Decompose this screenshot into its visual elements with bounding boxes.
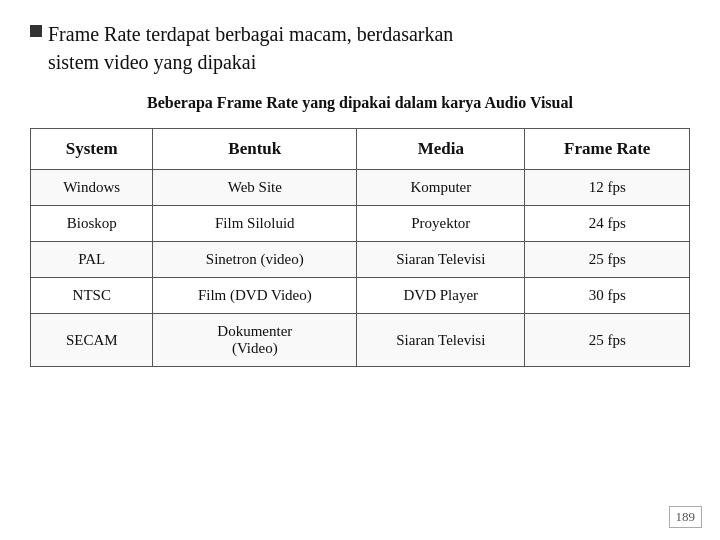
table-cell: SECAM	[31, 314, 153, 367]
table-cell: Film (DVD Video)	[153, 278, 357, 314]
intro-text: Frame Rate terdapat berbagai macam, berd…	[48, 20, 453, 76]
table-cell: 12 fps	[525, 170, 690, 206]
col-header-system: System	[31, 129, 153, 170]
table-row: NTSCFilm (DVD Video)DVD Player30 fps	[31, 278, 690, 314]
table-cell: Film Siloluid	[153, 206, 357, 242]
table-cell: Siaran Televisi	[357, 314, 525, 367]
table-row: BioskopFilm SiloluidProyektor24 fps	[31, 206, 690, 242]
page-number: 189	[669, 506, 703, 528]
table-row: PALSinetron (video)Siaran Televisi25 fps	[31, 242, 690, 278]
table-cell: 25 fps	[525, 314, 690, 367]
table-row: WindowsWeb SiteKomputer12 fps	[31, 170, 690, 206]
intro-line2: sistem video yang dipakai	[48, 51, 256, 73]
table-header-row: System Bentuk Media Frame Rate	[31, 129, 690, 170]
table-cell: Siaran Televisi	[357, 242, 525, 278]
table-cell: Proyektor	[357, 206, 525, 242]
table-cell: Web Site	[153, 170, 357, 206]
table-cell: NTSC	[31, 278, 153, 314]
table-cell: Dokumenter(Video)	[153, 314, 357, 367]
table-cell: 25 fps	[525, 242, 690, 278]
table-cell: Sinetron (video)	[153, 242, 357, 278]
intro-line1: Frame Rate terdapat berbagai macam, berd…	[48, 23, 453, 45]
table-subtitle: Beberapa Frame Rate yang dipakai dalam k…	[30, 94, 690, 112]
table-row: SECAMDokumenter(Video)Siaran Televisi25 …	[31, 314, 690, 367]
table-cell: Bioskop	[31, 206, 153, 242]
table-cell: Komputer	[357, 170, 525, 206]
col-header-media: Media	[357, 129, 525, 170]
table-cell: 30 fps	[525, 278, 690, 314]
frame-rate-table: System Bentuk Media Frame Rate WindowsWe…	[30, 128, 690, 367]
table-cell: PAL	[31, 242, 153, 278]
col-header-framerate: Frame Rate	[525, 129, 690, 170]
table-cell: 24 fps	[525, 206, 690, 242]
table-cell: Windows	[31, 170, 153, 206]
bullet-icon	[30, 25, 42, 37]
table-cell: DVD Player	[357, 278, 525, 314]
intro-section: Frame Rate terdapat berbagai macam, berd…	[30, 20, 690, 76]
col-header-bentuk: Bentuk	[153, 129, 357, 170]
